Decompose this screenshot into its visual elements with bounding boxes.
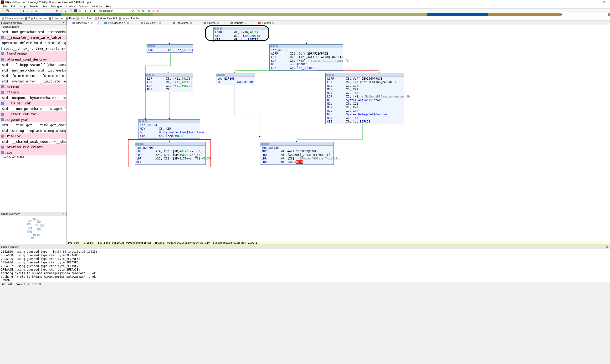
panel-restore-icon[interactable]: ▫ bbox=[34, 21, 36, 24]
function-row[interactable]: std::numpunct_byname<char>::__in bbox=[0, 95, 66, 100]
forward-icon[interactable]: → bbox=[15, 9, 19, 13]
play-icon[interactable]: ▶ bbox=[84, 9, 88, 13]
function-row[interactable]: .__stack_chk_fail bbox=[0, 111, 66, 117]
graph-node[interactable]: ADRPX8, #off_2E01360@PAGE LDRX8, [X8,#of… bbox=[325, 73, 404, 124]
menu-file[interactable]: File bbox=[1, 5, 9, 8]
panel-close-icon[interactable]: ✕ bbox=[62, 21, 65, 24]
tool-icon[interactable]: ⚙ bbox=[141, 9, 145, 13]
back-icon[interactable]: ← bbox=[11, 9, 15, 13]
minimize-button[interactable]: — bbox=[580, 0, 590, 4]
function-row[interactable]: std::__throw_runtime_error(char bbox=[0, 46, 66, 51]
tab-close-icon[interactable]: ⊠ bbox=[91, 22, 93, 24]
tab-pseudocode-a[interactable]: Pseudocode-A⊠ bbox=[99, 21, 135, 25]
arrow-down-icon[interactable]: ↓ bbox=[40, 9, 44, 13]
tool-icon[interactable]: ◉ bbox=[147, 9, 151, 13]
tab-enums[interactable]: Enums⊠ bbox=[198, 21, 225, 25]
menu-options[interactable]: Options bbox=[77, 5, 90, 8]
panel-min-icon[interactable]: _ bbox=[409, 246, 412, 248]
menu-debugger[interactable]: Debugger bbox=[49, 5, 64, 8]
tool-icon[interactable]: ◆ bbox=[21, 9, 25, 13]
menu-windows[interactable]: Windows bbox=[90, 5, 104, 8]
tab-close-icon[interactable]: ⊠ bbox=[190, 22, 192, 24]
open-icon[interactable]: 📁 bbox=[1, 9, 5, 13]
function-row[interactable]: std::__shared_weak_count::~__sha bbox=[0, 139, 66, 144]
tab-close-icon[interactable]: ⊠ bbox=[127, 22, 129, 24]
panel-close-icon[interactable]: ✕ bbox=[62, 213, 65, 215]
tab-hex-view-1[interactable]: Hex View-1⊠ bbox=[135, 21, 167, 25]
refresh-icon[interactable]: ↻ bbox=[137, 9, 141, 13]
tool-icon[interactable]: ◎ bbox=[152, 9, 156, 13]
tool-icon[interactable]: ◇ bbox=[26, 9, 30, 13]
tab-close-icon[interactable]: ⊠ bbox=[245, 22, 247, 24]
graph-node[interactable]: loc_B2F7C4 MOVX0, XZR BLUnityEngine.Time… bbox=[138, 119, 200, 139]
pause-icon[interactable]: ⏸ bbox=[88, 9, 92, 13]
graph-node[interactable]: loc_B2F7E0 ADRPX23, #off_2DFAF28@PAGE LD… bbox=[269, 44, 343, 71]
close-button[interactable]: ✕ bbox=[599, 0, 609, 4]
arrow-down-icon[interactable]: ↓ bbox=[45, 9, 48, 13]
menu-view[interactable]: View bbox=[39, 5, 49, 8]
graph-overview[interactable] bbox=[0, 216, 66, 245]
tool-icon[interactable]: ■ bbox=[34, 9, 38, 13]
function-row[interactable]: operator delete(void *,std::alig bbox=[0, 40, 66, 46]
function-row[interactable]: std::string::replace(ulong,ulong bbox=[0, 128, 66, 133]
tab-close-icon[interactable]: ⊠ bbox=[217, 22, 219, 24]
graph-node[interactable]: loc_B2F838 ADRPX8, #off_2E03FC0@PAGE LDR… bbox=[260, 142, 334, 165]
nav-dropdown[interactable]: ▾ bbox=[560, 13, 608, 16]
menu-lumina[interactable]: Lumina bbox=[64, 5, 77, 8]
tab-close-icon[interactable]: ⊠ bbox=[272, 22, 274, 24]
tab-imports[interactable]: Imports⊠ bbox=[225, 21, 252, 25]
function-row[interactable]: .strcmp bbox=[0, 84, 66, 89]
function-row[interactable]: std::__libcpp_sscanf_l(char cons bbox=[0, 62, 66, 67]
python-prompt[interactable]: Python bbox=[0, 278, 610, 282]
circle-red-icon[interactable]: ● bbox=[64, 9, 67, 13]
panel-restore-icon[interactable]: ▫ bbox=[212, 246, 215, 248]
maximize-button[interactable]: ▢ bbox=[590, 0, 599, 4]
function-row[interactable]: std::num_get<char,std::istreambu bbox=[0, 29, 66, 35]
cross-icon[interactable]: ✖ bbox=[55, 9, 59, 13]
function-row[interactable]: .cos bbox=[0, 150, 66, 155]
tab-close-icon[interactable]: ⊠ bbox=[159, 22, 161, 24]
function-row[interactable]: std::__time_get::__time_get(char bbox=[0, 122, 66, 128]
zoom-icon[interactable]: 🔍 bbox=[69, 9, 73, 13]
function-row[interactable]: .localeconv bbox=[0, 51, 66, 56]
panel-close-icon[interactable]: ✕ bbox=[606, 246, 609, 248]
panel-min-icon[interactable]: _ bbox=[48, 21, 51, 24]
tab-structures[interactable]: Structures⊠ bbox=[167, 21, 198, 25]
stop-icon[interactable]: ⬛ bbox=[74, 9, 78, 13]
menu-edit[interactable]: Edit bbox=[9, 5, 17, 8]
graph-node[interactable]: LDRX8, [X21,#0x18] LDRX0, [X21,#0x40] LD… bbox=[145, 73, 193, 92]
save-icon[interactable]: 💾 bbox=[5, 9, 9, 13]
tool-icon[interactable]: ● bbox=[30, 9, 34, 13]
functions-list[interactable]: Function name std::num_get<char,std::ist… bbox=[0, 25, 66, 212]
function-row[interactable]: std::future_error::~future_error bbox=[0, 73, 66, 78]
menu-search[interactable]: Search bbox=[28, 5, 40, 8]
function-row[interactable]: .sigemptyset bbox=[0, 117, 66, 122]
function-row[interactable]: std::__num_get<char>::__stage2_f bbox=[0, 106, 66, 111]
tab-ida-view-a[interactable]: IDA View-A⊠ bbox=[67, 21, 99, 25]
graph-view[interactable]: LDRBW8, [X20,#0x19] STRW19, [X20,#0x14] … bbox=[67, 25, 610, 245]
debugger-select[interactable]: No debugger bbox=[97, 9, 135, 13]
function-row[interactable]: .pthread_key_create bbox=[0, 144, 66, 150]
circle-green-icon[interactable]: ● bbox=[59, 9, 63, 13]
function-row[interactable]: std::system_error::__init(std::e bbox=[0, 78, 66, 84]
function-row[interactable]: .fflush bbox=[0, 89, 66, 95]
delete-icon[interactable]: ✕ bbox=[78, 9, 82, 13]
graph-node[interactable]: LDRBW8, [X20,#0x19] STRW19, [X20,#0x14] … bbox=[213, 27, 268, 42]
stop2-icon[interactable]: ⏹ bbox=[92, 9, 96, 13]
panel-min-icon[interactable]: _ bbox=[39, 213, 42, 215]
function-row[interactable]: .pthread_cond_destroy bbox=[0, 56, 66, 62]
graph-node[interactable]: loc_B2F7D0 LDPX19, X30, [SP,#0x70+var_50… bbox=[135, 142, 206, 165]
graph-node[interactable]: loc_B2F868 BLsub_8CD8BC bbox=[216, 73, 255, 85]
function-row[interactable]: .__FD_SET_chk bbox=[0, 100, 66, 106]
navigation-band[interactable]: ▾ bbox=[0, 13, 610, 16]
menu-help[interactable]: Help bbox=[104, 5, 114, 8]
output-body[interactable]: 2EE2E60: using guessed type __int64 Stri… bbox=[0, 249, 610, 278]
tab-exports[interactable]: Exports⊠ bbox=[252, 21, 280, 25]
menu-jump[interactable]: Jump bbox=[17, 5, 28, 8]
functions-column-header[interactable]: Function name bbox=[0, 25, 66, 29]
arrow-down-icon[interactable]: ↓ bbox=[49, 9, 53, 13]
tool-icon[interactable]: ◈ bbox=[156, 9, 160, 13]
graph-node[interactable]: CBZX21, loc_B2F7C4 bbox=[147, 44, 193, 53]
function-row[interactable]: .__register_frame_info_table bbox=[0, 35, 66, 40]
function-row[interactable]: std::num_get<char,std::istreambu bbox=[0, 67, 66, 73]
